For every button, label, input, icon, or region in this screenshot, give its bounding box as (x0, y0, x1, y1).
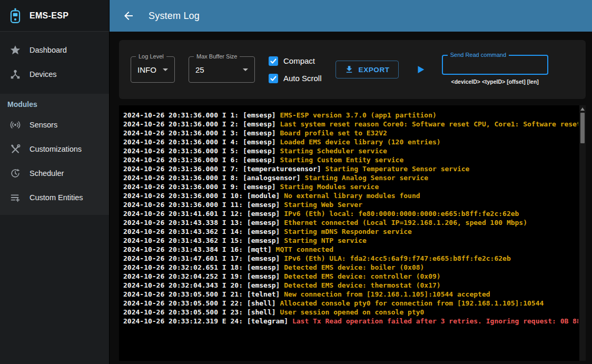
log-lines: 2024-10-26 20:31:36.000 I 1: [emsesp] EM… (119, 105, 586, 329)
log-message: IPv6 (Eth) ULA: fda2:4cc5:6af9:f747:e665… (284, 254, 510, 262)
log-prefix: 2024-10-26 20:31:36.000 I 4: [emsesp] (123, 138, 280, 146)
log-line: 2024-10-26 20:31:36.000 I 5: [emsesp] St… (123, 146, 578, 155)
log-message: Last system reset reason Core0: Software… (280, 120, 578, 128)
sidebar-item-sensors[interactable]: Sensors (0, 113, 109, 137)
compact-label: Compact (283, 56, 315, 65)
log-message: Starting mDNS Responder service (284, 228, 412, 235)
clock-update-icon (9, 168, 21, 179)
log-controls-card: Log Level INFO Max Buffer Size 25 Compac… (119, 40, 586, 99)
sidebar-nav: Dashboard Devices (0, 38, 109, 86)
send-read-helper: <deviceID> <typeID> [offset] [len] (442, 78, 548, 85)
export-button-label: EXPORT (359, 66, 390, 74)
dropdown-arrow-icon (163, 68, 168, 71)
log-message: Starting Custom Entity service (280, 156, 403, 164)
checkbox-checked-icon (269, 74, 278, 83)
log-prefix: 2024-10-26 20:33:05.500 I 21: [telnet] (123, 290, 284, 298)
log-message: Detected EMS device: controller (0x09) (284, 272, 440, 280)
send-read-field: Send Read command (442, 55, 548, 75)
log-console[interactable]: 2024-10-26 20:31:36.000 I 1: [emsesp] EM… (119, 105, 586, 361)
main-area: System Log Log Level INFO Max Buffer Siz… (110, 0, 592, 364)
sidebar: EMS-ESP Dashboard Devices Modules (0, 0, 110, 364)
log-prefix: 2024-10-26 20:31:36.000 I 5: [emsesp] (123, 147, 280, 155)
log-line: 2024-10-26 20:31:36.000 I 9: [emsesp] St… (123, 182, 578, 191)
log-message: Starting Modules service (280, 183, 379, 191)
log-prefix: 2024-10-26 20:32:02.651 I 18: [emsesp] (123, 263, 284, 271)
log-line: 2024-10-26 20:32:04.343 I 20: [emsesp] D… (123, 281, 578, 290)
log-message: Starting NTP service (284, 237, 367, 244)
log-message: EMS-ESP version 3.7.0 (app1 partition) (280, 111, 436, 119)
log-prefix: 2024-10-26 20:31:36.000 I 2: [emsesp] (123, 120, 280, 128)
playlist-add-icon (9, 192, 21, 203)
log-line: 2024-10-26 20:31:43.384 I 16: [mqtt] MQT… (123, 245, 578, 254)
checkbox-group: Compact Auto Scroll (269, 56, 322, 83)
log-line: 2024-10-26 20:31:36.000 I 11: [emsesp] S… (123, 200, 578, 209)
sidebar-item-dashboard[interactable]: Dashboard (0, 38, 109, 62)
export-button[interactable]: EXPORT (336, 61, 399, 78)
log-prefix: 2024-10-26 20:31:36.000 I 8: [analogsens… (123, 174, 304, 182)
modules-section-label: Modules (0, 94, 109, 113)
log-prefix: 2024-10-26 20:33:12.319 E 24: [telegram] (123, 317, 292, 325)
sidebar-item-label: Custom Entities (29, 193, 83, 202)
app-window: EMS-ESP Dashboard Devices Modules (0, 0, 592, 364)
auto-scroll-label: Auto Scroll (283, 74, 322, 83)
log-line: 2024-10-26 20:31:36.000 I 1: [emsesp] EM… (123, 111, 578, 120)
app-logo-icon (8, 8, 22, 24)
star-icon (9, 44, 21, 56)
log-line: 2024-10-26 20:31:36.000 I 10: [module] N… (123, 191, 578, 200)
log-line: 2024-10-26 20:33:05.500 I 22: [shell] Al… (123, 299, 578, 308)
send-read-input[interactable] (448, 60, 542, 70)
log-line: 2024-10-26 20:31:36.000 I 6: [emsesp] St… (123, 155, 578, 164)
log-prefix: 2024-10-26 20:31:36.000 I 11: [emsesp] (123, 201, 284, 209)
sidebar-item-devices[interactable]: Devices (0, 62, 109, 86)
log-prefix: 2024-10-26 20:31:36.000 I 10: [module] (123, 192, 284, 200)
log-message: Starting Web Server (284, 201, 362, 209)
send-read-group: Send Read command <deviceID> <typeID> [o… (442, 55, 548, 85)
dropdown-arrow-icon (243, 68, 248, 71)
log-prefix: 2024-10-26 20:31:43.384 I 16: [mqtt] (123, 245, 276, 253)
log-line: 2024-10-26 20:32:02.651 I 18: [emsesp] D… (123, 263, 578, 272)
download-icon (344, 65, 354, 74)
page-title: System Log (149, 11, 200, 22)
max-buffer-select[interactable]: Max Buffer Size 25 (189, 56, 255, 83)
log-line: 2024-10-26 20:31:43.362 I 15: [emsesp] S… (123, 236, 578, 245)
log-message: Starting Scheduler service (280, 147, 387, 155)
log-message: MQTT connected (276, 245, 334, 253)
back-button[interactable] (121, 8, 136, 23)
log-prefix: 2024-10-26 20:31:36.000 I 9: [emsesp] (123, 183, 280, 191)
log-message: Board profile set to E32V2 (280, 129, 387, 137)
log-message: Detected EMS device: thermostat (0x17) (284, 281, 440, 289)
app-title: EMS-ESP (29, 11, 68, 21)
log-message: Detected EMS device: boiler (0x08) (284, 263, 424, 271)
log-message: Loaded EMS device library (120 entries) (280, 138, 440, 146)
sidebar-item-customizations[interactable]: Customizations (0, 137, 109, 161)
log-line: 2024-10-26 20:31:41.601 I 12: [emsesp] I… (123, 209, 578, 218)
log-prefix: 2024-10-26 20:31:43.338 I 13: [emsesp] (123, 219, 284, 227)
sidebar-header: EMS-ESP (0, 0, 109, 32)
compact-checkbox[interactable]: Compact (269, 56, 322, 66)
play-icon (415, 64, 426, 75)
send-command-button[interactable] (413, 63, 427, 76)
log-message: New connection from [192.168.1.105]:1054… (284, 290, 490, 298)
scroll-up-icon[interactable] (580, 107, 585, 111)
sidebar-item-scheduler[interactable]: Scheduler (0, 161, 109, 185)
auto-scroll-checkbox[interactable]: Auto Scroll (269, 74, 322, 83)
log-line: 2024-10-26 20:31:43.362 I 14: [emsesp] S… (123, 227, 578, 236)
console-scrollbar[interactable] (579, 105, 586, 361)
log-prefix: 2024-10-26 20:31:47.601 I 17: [emsesp] (123, 254, 284, 262)
log-level-select[interactable]: Log Level INFO (131, 56, 175, 83)
sidebar-modules-section: Modules Sensors (0, 94, 109, 215)
log-prefix: 2024-10-26 20:31:36.000 I 3: [emsesp] (123, 129, 280, 137)
log-line: 2024-10-26 20:31:36.000 I 4: [emsesp] Lo… (123, 137, 578, 146)
log-prefix: 2024-10-26 20:31:43.362 I 14: [emsesp] (123, 228, 284, 235)
content: Log Level INFO Max Buffer Size 25 Compac… (110, 32, 592, 364)
log-prefix: 2024-10-26 20:31:36.000 I 6: [emsesp] (123, 156, 280, 164)
sidebar-item-label: Scheduler (29, 169, 64, 178)
sidebar-item-label: Sensors (29, 121, 57, 129)
scrollbar-thumb[interactable] (580, 113, 585, 143)
log-line: 2024-10-26 20:31:36.000 I 2: [emsesp] La… (123, 120, 578, 129)
log-line: 2024-10-26 20:31:36.000 I 7: [temperatur… (123, 164, 578, 173)
log-line: 2024-10-26 20:32:04.252 I 19: [emsesp] D… (123, 272, 578, 281)
sidebar-item-custom-entities[interactable]: Custom Entities (0, 185, 109, 210)
log-message: IPv6 (Eth) local: fe80:0000:0000:0000:e6… (284, 210, 519, 218)
arrow-back-icon (122, 9, 135, 22)
